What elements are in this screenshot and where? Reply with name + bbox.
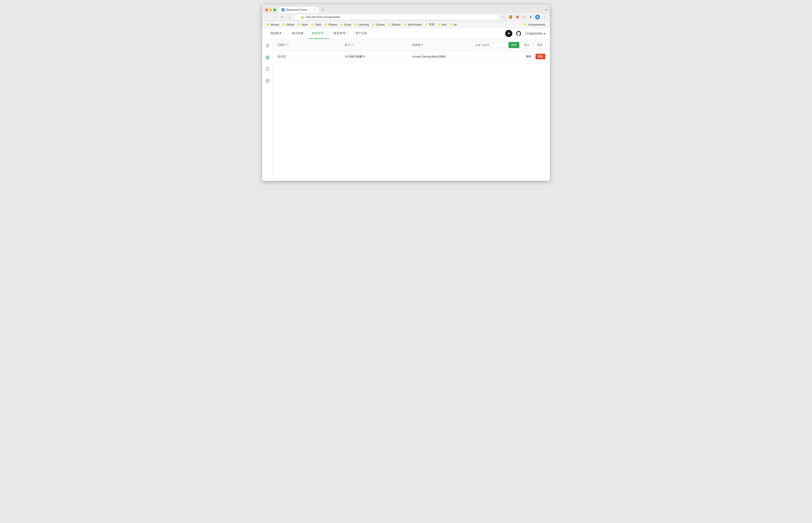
extension-icon1[interactable]: 🦁 bbox=[508, 15, 513, 20]
all-bookmarks-button[interactable]: 📁 All Bookmarks bbox=[523, 23, 547, 27]
tab-asset-summary[interactable]: 资产总表 bbox=[352, 28, 371, 39]
tab-mapping[interactable]: 映射管理 ▾ bbox=[308, 28, 329, 39]
bookmark-email[interactable]: 📁 Email bbox=[339, 23, 353, 27]
refresh-button[interactable]: ↻ bbox=[280, 14, 285, 20]
delete-button[interactable]: 删除 bbox=[535, 54, 545, 59]
close-button[interactable] bbox=[265, 8, 268, 11]
folder-icon: 📁 bbox=[438, 23, 441, 26]
user-number: 17366002954 bbox=[525, 32, 543, 35]
forward-button[interactable]: › bbox=[272, 14, 278, 20]
svg-point-5 bbox=[267, 80, 268, 82]
bookmark-games[interactable]: 📁 Games bbox=[371, 23, 386, 27]
user-avatar[interactable]: D bbox=[535, 15, 540, 20]
bookmark-html[interactable]: 📁 html bbox=[436, 23, 448, 27]
user-dropdown-arrow: ▾ bbox=[544, 32, 545, 35]
tab-my-accounts-label: 我的账本 bbox=[270, 31, 282, 35]
minimize-button[interactable] bbox=[269, 8, 272, 11]
bookmark-common[interactable]: 📁 常用 bbox=[424, 22, 436, 27]
tab-my-accounts[interactable]: 我的账本 ▾ bbox=[267, 28, 287, 39]
tab-favicon: B bbox=[281, 8, 285, 12]
row-mapped-account: Assets:Saving:Bank:8888 bbox=[412, 55, 523, 58]
file-sidebar-icon[interactable] bbox=[263, 65, 271, 73]
tab-bill-management-label: 账单管理 bbox=[334, 31, 345, 35]
import-button[interactable]: 导入 bbox=[521, 42, 532, 48]
app-container: 我的账本 ▾ 格式转换 映射管理 ▾ 账单管理 ▾ 资产总表 ✦ bbox=[262, 28, 550, 181]
tab-asset-summary-label: 资产总表 bbox=[355, 31, 367, 35]
bookmark-work[interactable]: 📁 Work bbox=[296, 23, 309, 27]
openai-icon[interactable]: ✦ bbox=[505, 30, 512, 37]
export-button[interactable]: 导出 bbox=[534, 42, 545, 48]
bookmarks-folder-icon: 📁 bbox=[524, 23, 527, 26]
bookmark-learning[interactable]: 📁 Learning bbox=[353, 23, 370, 27]
tab-close-button[interactable]: ✕ bbox=[314, 8, 316, 12]
col-mapped-label: 映射账户 bbox=[412, 43, 423, 47]
bookmark-learning-label: Learning bbox=[358, 23, 369, 26]
bookmark-work-label: Work bbox=[301, 23, 308, 26]
tab-mapping-label: 映射管理 bbox=[312, 31, 323, 35]
back-button[interactable]: ‹ bbox=[265, 14, 271, 20]
keyword-info-icon[interactable]: ⓘ bbox=[286, 43, 289, 47]
extension-icon2[interactable]: 🦊 bbox=[515, 15, 520, 20]
folder-icon: 📁 bbox=[297, 23, 301, 26]
search-input[interactable] bbox=[473, 42, 507, 48]
bookmark-default[interactable]: 📁 Default bbox=[386, 23, 402, 27]
all-bookmarks-label: All Bookmarks bbox=[528, 23, 545, 26]
account-info-icon[interactable]: ⓘ bbox=[351, 43, 354, 47]
grid-sidebar-icon[interactable] bbox=[263, 53, 271, 61]
bookmark-self-hosted[interactable]: 📁 Self-Hosted bbox=[402, 23, 423, 27]
location-sidebar-icon[interactable] bbox=[263, 42, 271, 50]
folder-icon: 📁 bbox=[372, 23, 375, 26]
table-actions: 新增 导入 导出 bbox=[473, 42, 545, 48]
tab-format-convert[interactable]: 格式转换 bbox=[288, 28, 307, 39]
home-button[interactable]: ⌂ bbox=[287, 14, 292, 20]
row-actions: 编辑 删除 bbox=[523, 53, 545, 59]
dropdown-arrow-icon: ▾ bbox=[346, 32, 347, 35]
address-input[interactable]: 🔒 trans.dhr2333.cn/map/assets bbox=[294, 14, 499, 20]
more-icon[interactable]: ⋮ bbox=[542, 15, 547, 20]
bookmark-fitness[interactable]: 📁 Fitness bbox=[323, 23, 338, 27]
bookmark-ph[interactable]: 📁 ph bbox=[448, 23, 458, 27]
dropdown-arrow-icon: ▾ bbox=[324, 32, 325, 35]
svg-rect-3 bbox=[266, 58, 267, 59]
tab-title: Beancount-Trans bbox=[286, 8, 307, 12]
folder-icon: 📁 bbox=[450, 23, 453, 26]
active-tab[interactable]: B Beancount-Trans ✕ bbox=[278, 7, 319, 13]
folder-icon: 📁 bbox=[324, 23, 328, 26]
tab-dropdown-button[interactable]: ▾ bbox=[545, 8, 547, 12]
shield-icon[interactable]: 🛡 bbox=[522, 15, 527, 20]
edit-button[interactable]: 编辑 bbox=[523, 53, 534, 59]
tab-format-convert-label: 格式转换 bbox=[292, 31, 304, 35]
settings-sidebar-icon[interactable] bbox=[263, 77, 271, 85]
folder-icon: 📁 bbox=[354, 23, 357, 26]
user-info[interactable]: 17366002954 ▾ bbox=[525, 32, 545, 35]
col-header-account: 账户 ⓘ bbox=[345, 43, 412, 47]
svg-rect-4 bbox=[268, 58, 269, 59]
folder-icon: 📁 bbox=[388, 23, 391, 26]
bookmark-games-label: Games bbox=[376, 23, 385, 26]
bookmark-default-label: Default bbox=[392, 23, 400, 26]
new-button[interactable]: 新增 bbox=[509, 42, 519, 48]
toolbar-icons: ☆ 🦁 🦊 🛡 ⬇ D ⋮ bbox=[501, 15, 547, 20]
url-text: trans.dhr2333.cn/map/assets bbox=[305, 16, 340, 19]
security-lock-icon: 🔒 bbox=[301, 16, 304, 19]
bookmark-movies[interactable]: 📁 Movies bbox=[265, 23, 281, 27]
bookmarks-bar: 📁 Movies 📁 Github 📁 Work 📁 Tools 📁 Fitne… bbox=[262, 21, 550, 28]
sidebar bbox=[262, 39, 273, 181]
github-icon[interactable] bbox=[515, 30, 522, 37]
bookmark-github[interactable]: 📁 Github bbox=[281, 23, 296, 27]
bookmark-movies-label: Movies bbox=[271, 23, 279, 26]
bookmark-tools-label: Tools bbox=[315, 23, 321, 26]
bookmark-tools[interactable]: 📁 Tools bbox=[310, 23, 323, 27]
traffic-lights bbox=[265, 8, 276, 11]
bookmark-self-hosted-label: Self-Hosted bbox=[408, 23, 422, 26]
fullscreen-button[interactable] bbox=[273, 8, 276, 11]
folder-icon: 📁 bbox=[267, 23, 270, 26]
bookmark-ph-label: ph bbox=[454, 23, 457, 26]
star-icon[interactable]: ☆ bbox=[501, 15, 506, 20]
download-icon[interactable]: ⬇ bbox=[528, 15, 533, 20]
new-tab-button[interactable]: + bbox=[320, 7, 326, 13]
content-area: 关键字 ⓘ 账户 ⓘ 映射账户 新增 导入 导出 bbox=[273, 39, 550, 181]
tab-bill-management[interactable]: 账单管理 ▾ bbox=[330, 28, 351, 39]
folder-icon: 📁 bbox=[404, 23, 407, 26]
bookmark-common-label: 常用 bbox=[429, 23, 434, 26]
